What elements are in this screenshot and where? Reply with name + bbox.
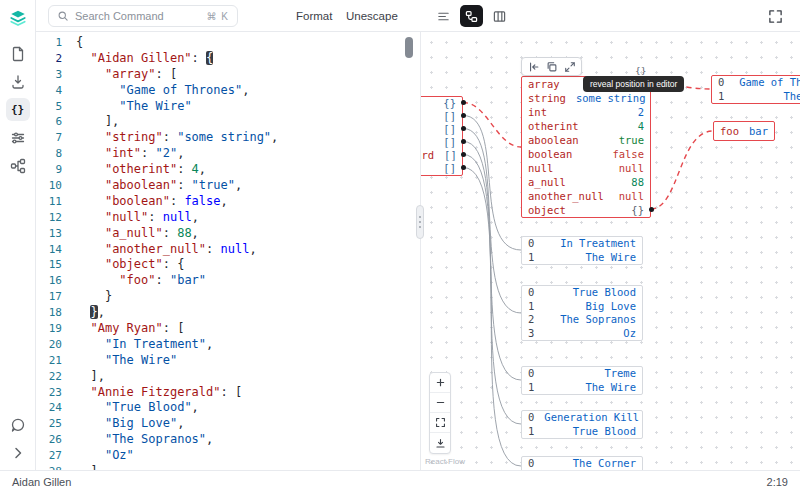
code-line: "Aidan Gillen": { xyxy=(76,51,278,67)
chat-feedback-icon[interactable] xyxy=(6,413,30,436)
array-node-alexander-skarsgard[interactable]: 0Generation Kill1True Blood xyxy=(521,410,643,439)
node-row: foobar xyxy=(714,122,774,140)
code-line: { xyxy=(76,35,278,51)
array-node-anwan-glover[interactable]: 0Treme1The Wire xyxy=(521,366,643,395)
json-editor[interactable]: 1234567891011121314151617181920212223242… xyxy=(36,32,420,470)
search-icon xyxy=(57,10,69,22)
node-row: 1The Wire xyxy=(712,90,800,104)
expand-node-button[interactable] xyxy=(562,59,577,74)
line-number: 20 xyxy=(36,337,62,353)
line-number: 27 xyxy=(36,448,62,464)
code-line: "another_null": null, xyxy=(76,242,278,258)
copy-node-button[interactable] xyxy=(544,59,559,74)
react-flow-attribution[interactable]: React Flow xyxy=(425,457,465,466)
line-number: 17 xyxy=(36,289,62,305)
canvas-controls xyxy=(429,372,451,454)
foo-object-node[interactable]: foobar xyxy=(713,121,775,141)
node-handle xyxy=(649,207,654,212)
fit-view-button[interactable] xyxy=(430,413,450,433)
aidan-gillen-object-node[interactable]: array[]stringsome stringint2otherint4abo… xyxy=(521,76,651,218)
download-image-button[interactable] xyxy=(430,433,450,453)
line-number: 5 xyxy=(36,99,62,115)
panel-resize-handle[interactable] xyxy=(416,205,424,239)
view-toggle-grid[interactable] xyxy=(488,5,511,27)
file-document-icon[interactable] xyxy=(6,42,30,65)
node-row: booleanfalse xyxy=(522,147,650,161)
code-line: "null": null, xyxy=(76,210,278,226)
node-row: 0Treme xyxy=(522,367,642,381)
code-line: }, xyxy=(76,305,278,321)
line-number: 26 xyxy=(36,432,62,448)
array-node-amy-ryan[interactable]: 0In Treatment1The Wire xyxy=(521,236,643,265)
node-row: another_nullnull xyxy=(522,189,650,203)
code-line: "True Blood", xyxy=(76,400,278,416)
line-number: 3 xyxy=(36,67,62,83)
format-button[interactable]: Format xyxy=(296,0,332,32)
root-object-node[interactable]: Aidan Gillen{}Amy Ryan[]Annie Fitzgerald… xyxy=(420,96,463,176)
line-number: 8 xyxy=(36,146,62,162)
code-line: ], xyxy=(76,114,278,130)
selection-path: Aidan Gillen xyxy=(12,476,71,488)
code-line: "Game of Thrones", xyxy=(76,83,278,99)
array-node-aidan-gillen[interactable]: 0Game of Thrones1The Wire xyxy=(711,75,800,104)
node-row: 2The Sopranos xyxy=(522,313,642,327)
code-line: ], xyxy=(76,369,278,385)
app-logo-icon[interactable] xyxy=(7,7,29,29)
code-line: "Oz" xyxy=(76,448,278,464)
node-handle xyxy=(461,165,466,170)
filter-sliders-icon[interactable] xyxy=(6,126,30,149)
node-row: abooleantrue xyxy=(522,133,650,147)
unescape-button[interactable]: Unescape xyxy=(346,0,398,32)
line-number: 23 xyxy=(36,385,62,401)
cursor-position: 2:19 xyxy=(767,476,788,488)
json-braces-icon[interactable]: {} xyxy=(6,98,30,121)
object-type-badge: {} xyxy=(635,65,646,76)
reveal-position-button[interactable] xyxy=(526,59,541,74)
editor-scrollbar[interactable] xyxy=(405,37,413,58)
line-number: 14 xyxy=(36,242,62,258)
code-line: "The Sopranos", xyxy=(76,432,278,448)
line-number: 21 xyxy=(36,353,62,369)
zoom-in-button[interactable] xyxy=(430,373,450,393)
line-number: 25 xyxy=(36,416,62,432)
code-line: "array": [ xyxy=(76,67,278,83)
zoom-out-button[interactable] xyxy=(430,393,450,413)
node-row: Alexander Skarsgård[] xyxy=(420,149,462,162)
array-node-annie-fitzgerald[interactable]: 0True Blood1Big Love2The Sopranos3Oz xyxy=(521,285,643,341)
code-line: "string": "some string", xyxy=(76,130,278,146)
node-row: stringsome string xyxy=(522,91,650,105)
line-number: 24 xyxy=(36,400,62,416)
node-handle xyxy=(461,139,466,144)
node-row: Annie Fitzgerald[] xyxy=(420,123,462,136)
code-line: "int": "2", xyxy=(76,146,278,162)
line-number: 11 xyxy=(36,194,62,210)
node-row: 0In Treatment xyxy=(522,237,642,251)
collapse-sidebar-icon[interactable] xyxy=(6,441,30,464)
fullscreen-icon[interactable] xyxy=(768,6,788,26)
code-line: "aboolean": "true", xyxy=(76,178,278,194)
array-node-alice-farmer[interactable]: 0The Corner1Oz2The Wire xyxy=(521,456,643,470)
graph-view-icon[interactable] xyxy=(6,154,30,177)
search-command-input[interactable]: Search Command ⌘ K xyxy=(48,5,238,27)
reveal-tooltip: reveal position in editor xyxy=(583,76,684,92)
node-row: Anwan Glover[] xyxy=(420,136,462,149)
line-number: 6 xyxy=(36,114,62,130)
code-lines: { "Aidan Gillen": { "array": [ "Game of … xyxy=(76,35,278,470)
node-row: 0Generation Kill xyxy=(522,411,642,425)
line-number: 15 xyxy=(36,257,62,273)
node-row: 1The Wire xyxy=(522,251,642,265)
view-toggle-list[interactable] xyxy=(432,5,455,27)
view-toggle-flow[interactable] xyxy=(460,5,483,27)
left-sidebar: {} xyxy=(0,0,36,470)
node-row: otherint4 xyxy=(522,119,650,133)
node-row: object{} xyxy=(522,203,650,217)
code-line: "otherint": 4, xyxy=(76,162,278,178)
node-row: 0The Corner xyxy=(522,457,642,470)
node-row: Amy Ryan[] xyxy=(420,110,462,123)
code-line: "Amy Ryan": [ xyxy=(76,321,278,337)
download-icon[interactable] xyxy=(6,70,30,93)
node-row: Alice Farmer[] xyxy=(420,162,462,175)
graph-canvas[interactable]: Aidan Gillen{}Amy Ryan[]Annie Fitzgerald… xyxy=(420,32,800,470)
node-row: 1Big Love xyxy=(522,300,642,314)
line-number: 4 xyxy=(36,83,62,99)
